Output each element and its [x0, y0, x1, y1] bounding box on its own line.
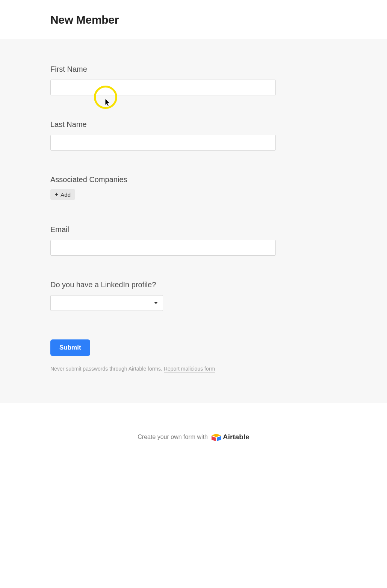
associated-companies-label: Associated Companies [50, 175, 387, 184]
submit-button[interactable]: Submit [50, 339, 90, 356]
footer-prompt: Create your own form with [138, 434, 208, 440]
email-input[interactable] [50, 240, 276, 256]
plus-icon: + [55, 191, 58, 198]
linkedin-label: Do you have a LinkedIn profile? [50, 280, 387, 289]
cursor-icon [105, 99, 111, 109]
airtable-brand-text: Airtable [223, 433, 249, 441]
last-name-label: Last Name [50, 120, 387, 129]
disclaimer-message: Never submit passwords through Airtable … [50, 366, 164, 372]
disclaimer-text: Never submit passwords through Airtable … [50, 366, 387, 372]
first-name-input[interactable] [50, 80, 276, 95]
airtable-icon [212, 433, 221, 441]
report-link[interactable]: Report malicious form [164, 366, 215, 372]
email-label: Email [50, 225, 387, 234]
add-company-button[interactable]: + Add [50, 189, 75, 200]
page-title: New Member [50, 14, 387, 26]
add-button-label: Add [60, 191, 71, 198]
first-name-label: First Name [50, 65, 387, 74]
footer: Create your own form with Airtable [0, 403, 387, 471]
last-name-input[interactable] [50, 135, 276, 151]
airtable-logo[interactable]: Airtable [212, 433, 249, 441]
linkedin-select[interactable] [50, 295, 163, 311]
form-container: First Name Last Name Associated Companie… [0, 39, 387, 403]
